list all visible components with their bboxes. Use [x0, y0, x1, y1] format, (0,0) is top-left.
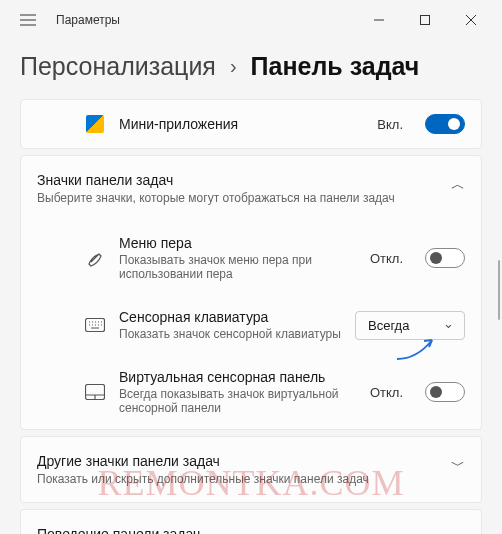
- chevron-right-icon: ›: [230, 55, 237, 78]
- widgets-label: Мини-приложения: [119, 116, 363, 132]
- widgets-toggle[interactable]: [425, 114, 465, 134]
- touch-keyboard-subtitle: Показать значок сенсорной клавиатуры: [119, 327, 341, 341]
- other-icons-section-header[interactable]: Другие значки панели задач Показать или …: [21, 437, 481, 502]
- breadcrumb-parent[interactable]: Персонализация: [20, 52, 216, 81]
- close-button[interactable]: [448, 0, 494, 40]
- touch-keyboard-title: Сенсорная клавиатура: [119, 309, 341, 325]
- app-title: Параметры: [56, 13, 120, 27]
- pen-state: Откл.: [370, 251, 403, 266]
- keyboard-icon: [85, 318, 105, 332]
- taskbar-behavior-section-header[interactable]: Поведение панели задач: [21, 510, 481, 534]
- virtual-touchpad-subtitle: Всегда показывать значок виртуальной сен…: [119, 387, 356, 415]
- taskbar-icons-title: Значки панели задач: [37, 172, 443, 188]
- breadcrumb-current: Панель задач: [251, 52, 420, 81]
- virtual-touchpad-toggle[interactable]: [425, 382, 465, 402]
- widgets-icon: [85, 115, 105, 133]
- widgets-state: Вкл.: [377, 117, 403, 132]
- chevron-up-icon: ︿: [451, 172, 465, 194]
- taskbar-icons-subtitle: Выберите значки, которые могут отображат…: [37, 191, 443, 205]
- other-icons-subtitle: Показать или скрыть дополнительные значк…: [37, 472, 443, 486]
- svg-rect-0: [421, 16, 430, 25]
- maximize-button[interactable]: [402, 0, 448, 40]
- taskbar-behavior-title: Поведение панели задач: [37, 526, 465, 534]
- nav-menu-button[interactable]: [8, 14, 48, 26]
- virtual-touchpad-title: Виртуальная сенсорная панель: [119, 369, 356, 385]
- breadcrumb: Персонализация › Панель задач: [20, 40, 482, 99]
- pen-menu-subtitle: Показывать значок меню пера при использо…: [119, 253, 356, 281]
- pen-menu-title: Меню пера: [119, 235, 356, 251]
- touchpad-icon: [85, 384, 105, 400]
- touch-keyboard-dropdown[interactable]: Всегда: [355, 311, 465, 340]
- pen-toggle[interactable]: [425, 248, 465, 268]
- taskbar-icons-section-header[interactable]: Значки панели задач Выберите значки, кот…: [21, 156, 481, 221]
- minimize-button[interactable]: [356, 0, 402, 40]
- scrollbar[interactable]: [498, 260, 500, 320]
- chevron-down-icon: ﹀: [451, 453, 465, 475]
- touchpad-state: Откл.: [370, 385, 403, 400]
- pen-icon: [85, 249, 105, 267]
- other-icons-title: Другие значки панели задач: [37, 453, 443, 469]
- touch-keyboard-dropdown-value: Всегда: [368, 318, 409, 333]
